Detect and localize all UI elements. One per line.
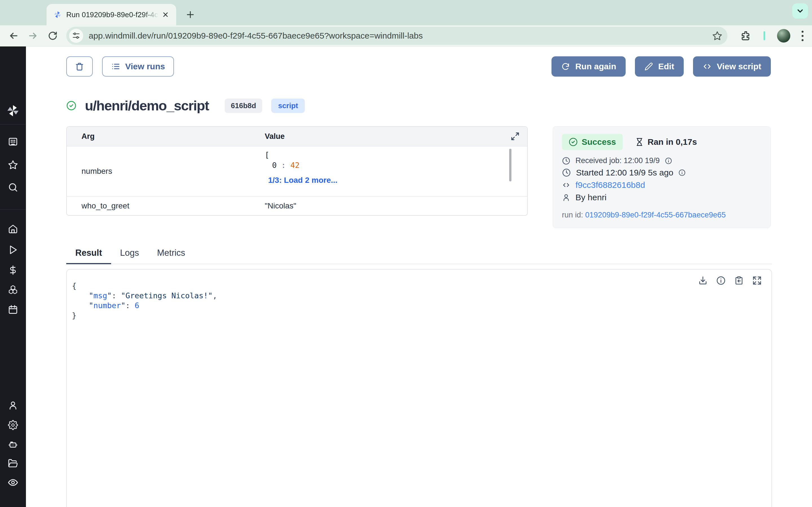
success-check-icon	[66, 101, 77, 111]
sidebar-item-variables[interactable]	[8, 265, 18, 275]
tab-close-icon[interactable]	[160, 10, 170, 20]
refresh-icon	[561, 62, 570, 71]
code-icon	[703, 62, 712, 71]
title-row: u/henri/demo_script 616b8d script	[66, 94, 305, 117]
table-row: numbers [ 0 : 42 1/3: Load 2 more...	[67, 147, 527, 196]
result-tabs: Result Logs Metrics	[66, 248, 772, 264]
code-icon	[562, 181, 570, 189]
reload-icon[interactable]	[47, 30, 59, 42]
args-table-header: Arg Value	[67, 127, 527, 147]
result-info-icon[interactable]	[716, 276, 726, 285]
started-text: Started 12:00 19/9 5s ago	[576, 168, 673, 177]
arg-name: who_to_greet	[67, 196, 265, 215]
edit-label: Edit	[658, 62, 674, 71]
tab-result[interactable]: Result	[66, 248, 111, 264]
site-settings-icon[interactable]	[69, 29, 83, 43]
arg-value-viewer: [ 0 : 42 1/3: Load 2 more...	[265, 147, 511, 196]
tab-logs[interactable]: Logs	[111, 248, 148, 264]
table-row: who_to_greet "Nicolas"	[67, 196, 527, 215]
value-scrollbar[interactable]	[509, 149, 511, 181]
sidebar-item-search[interactable]	[8, 182, 18, 192]
browser-chrome: Run 019209b9-89e0-f29f-4c app.windmill.d…	[0, 0, 812, 47]
hourglass-icon	[635, 138, 644, 146]
view-script-label: View script	[717, 62, 761, 71]
view-script-button[interactable]: View script	[693, 56, 771, 76]
load-more-link[interactable]: 1/3: Load 2 more...	[265, 176, 511, 185]
sidebar-item-favorites[interactable]	[8, 160, 18, 170]
run-author: By henri	[575, 193, 606, 202]
copy-result-icon[interactable]	[734, 276, 744, 285]
browser-toolbar: app.windmill.dev/run/019209b9-89e0-f29f-…	[0, 25, 812, 47]
new-tab-icon[interactable]	[183, 7, 198, 22]
sidebar-item-workers[interactable]	[8, 439, 18, 449]
received-job-text: Received job: 12:00 19/9	[575, 156, 660, 165]
args-table: Arg Value numbers [ 0 : 42 1/3: Load 2 m…	[66, 126, 528, 216]
download-result-icon[interactable]	[698, 276, 708, 285]
sidebar-item-schedules[interactable]	[8, 304, 18, 315]
status-panel: Success Ran in 0,17s Received job: 12:00…	[553, 126, 771, 228]
windmill-favicon-icon	[53, 10, 62, 19]
run-again-label: Run again	[575, 62, 616, 71]
user-icon	[562, 193, 570, 202]
value-column-header: Value	[265, 132, 503, 141]
sidebar-item-folders[interactable]	[8, 458, 18, 468]
run-page: View runs Run again Edit View script	[26, 47, 812, 507]
tab-strip: Run 019209b9-89e0-f29f-4c	[0, 0, 812, 25]
array-item: 0 : 42	[265, 161, 511, 170]
clock-icon	[562, 168, 571, 177]
sidebar-item-apps[interactable]	[8, 136, 18, 147]
info-icon[interactable]	[665, 157, 672, 165]
status-badge-label: Success	[581, 137, 616, 147]
result-json: { "msg": "Greetings Nicolas!", "number":…	[67, 270, 771, 320]
version-badge: 616b8d	[225, 99, 262, 113]
profile-avatar[interactable]	[777, 29, 790, 43]
sidebar-item-audit-logs[interactable]	[8, 477, 18, 488]
toolbar-separator	[763, 31, 765, 40]
view-runs-label: View runs	[125, 62, 165, 71]
address-bar[interactable]: app.windmill.dev/run/019209b9-89e0-f29f-…	[66, 27, 727, 45]
sidebar-item-users[interactable]	[8, 400, 18, 410]
arg-value: "Nicolas"	[265, 196, 511, 215]
arg-column-header: Arg	[67, 132, 265, 141]
bookmark-star-icon[interactable]	[712, 31, 722, 41]
sidebar-item-resources[interactable]	[8, 285, 18, 295]
delete-run-button[interactable]	[66, 56, 93, 76]
run-id-link[interactable]: 019209b9-89e0-f29f-4c55-667baece9e65	[585, 211, 726, 219]
kind-badge: script	[271, 99, 305, 113]
expand-args-icon[interactable]	[503, 132, 527, 141]
clock-icon	[562, 157, 570, 165]
app-sidebar	[0, 47, 26, 507]
extensions-icon[interactable]	[741, 31, 751, 41]
page-title: u/henri/demo_script	[85, 98, 209, 114]
status-badge: Success	[562, 134, 623, 150]
list-icon	[111, 62, 120, 71]
array-open-bracket: [	[265, 147, 511, 159]
edit-button[interactable]: Edit	[635, 56, 684, 76]
pencil-icon	[645, 62, 653, 71]
run-duration-label: Ran in 0,17s	[648, 137, 697, 147]
sidebar-item-home[interactable]	[8, 224, 18, 234]
action-bar: View runs Run again Edit View script	[66, 56, 771, 76]
run-id-line: run id: 019209b9-89e0-f29f-4c55-667baece…	[562, 211, 762, 219]
sidebar-item-settings[interactable]	[8, 420, 18, 430]
script-hash-link[interactable]: f9cc3f6882616b8d	[575, 180, 645, 190]
forward-icon	[27, 30, 40, 42]
url-text[interactable]: app.windmill.dev/run/019209b9-89e0-f29f-…	[89, 31, 712, 41]
run-duration: Ran in 0,17s	[635, 137, 697, 147]
browser-tab[interactable]: Run 019209b9-89e0-f29f-4c	[47, 4, 176, 25]
sidebar-divider	[0, 209, 26, 210]
run-id-label: run id:	[562, 211, 583, 219]
run-again-button[interactable]: Run again	[552, 56, 626, 76]
windmill-logo-icon[interactable]	[6, 104, 20, 118]
browser-menu-icon[interactable]	[802, 31, 804, 41]
result-panel: { "msg": "Greetings Nicolas!", "number":…	[66, 269, 772, 507]
tab-title: Run 019209b9-89e0-f29f-4c	[66, 10, 160, 19]
tab-search-chevron-icon[interactable]	[792, 3, 808, 18]
sidebar-divider	[0, 124, 26, 124]
info-icon[interactable]	[678, 169, 686, 176]
expand-result-icon[interactable]	[752, 276, 762, 285]
tab-metrics[interactable]: Metrics	[148, 248, 194, 264]
sidebar-item-runs[interactable]	[8, 245, 18, 255]
view-runs-button[interactable]: View runs	[102, 56, 174, 76]
back-icon[interactable]	[7, 30, 20, 42]
